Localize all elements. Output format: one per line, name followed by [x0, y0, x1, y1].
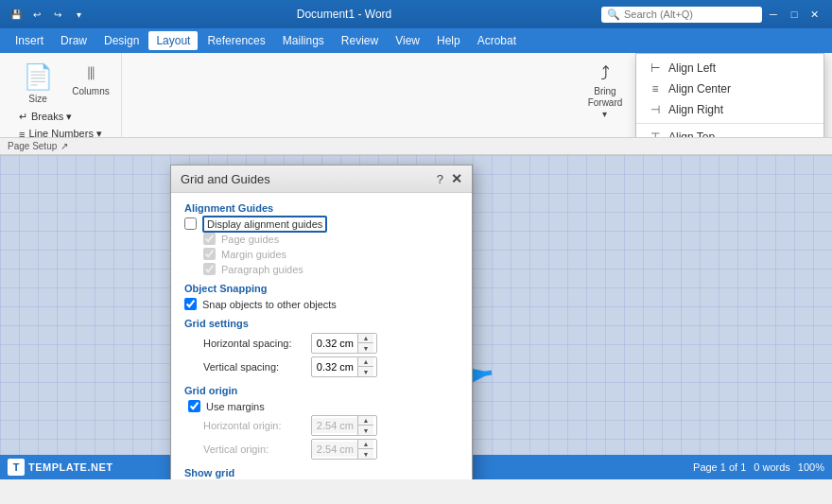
align-top-icon: ⊤ — [648, 130, 663, 138]
paragraph-guides-checkbox[interactable] — [203, 263, 216, 275]
snap-objects-row: Snap objects to other objects — [184, 298, 459, 310]
v-origin-btns: ▲ ▼ — [357, 440, 373, 459]
display-guides-row: Display alignment guides — [184, 217, 459, 230]
bring-forward-label: BringForward ▾ — [588, 86, 623, 120]
menu-insert[interactable]: Insert — [8, 31, 51, 50]
margin-guides-checkbox[interactable] — [203, 248, 216, 260]
dialog-controls: ? ✕ — [437, 171, 462, 186]
quick-access-toolbar: 💾 ↩ ↪ ▾ — [8, 6, 87, 23]
v-origin-row: Vertical origin: ▲ ▼ — [203, 439, 459, 460]
breaks-button[interactable]: ↵ Breaks ▾ — [13, 109, 115, 125]
page-guides-checkbox[interactable] — [203, 233, 216, 245]
v-origin-label: Vertical origin: — [203, 443, 307, 455]
redo-btn[interactable]: ↪ — [49, 6, 66, 23]
word-count: 0 words — [754, 461, 790, 473]
v-origin-input[interactable] — [312, 442, 357, 457]
ribbon-spacer — [122, 53, 575, 137]
menu-bar: Insert Draw Design Layout References Mai… — [0, 28, 832, 53]
dialog-titlebar: Grid and Guides ? ✕ — [171, 165, 472, 193]
modal-overlay: Grid and Guides ? ✕ Alignment Guides Dis… — [0, 155, 832, 479]
menu-review[interactable]: Review — [334, 31, 386, 50]
page-setup-text: Page Setup — [8, 141, 57, 151]
menu-design[interactable]: Design — [96, 31, 147, 50]
breaks-icon: ↵ — [19, 111, 27, 123]
menu-acrobat[interactable]: Acrobat — [470, 31, 524, 50]
dialog-help-btn[interactable]: ? — [437, 172, 443, 186]
align-top-label: Align Top — [668, 130, 715, 138]
align-right-icon: ⊣ — [648, 103, 663, 116]
undo-btn[interactable]: ↩ — [28, 6, 45, 23]
search-icon: 🔍 — [607, 9, 620, 21]
align-top-item[interactable]: ⊤ Align Top — [636, 127, 823, 138]
menu-mailings[interactable]: Mailings — [275, 31, 332, 50]
h-spacing-down[interactable]: ▼ — [358, 343, 373, 353]
display-guides-label: Display alignment guides — [202, 218, 327, 230]
dialog-body: Alignment Guides Display alignment guide… — [171, 193, 472, 479]
v-spacing-input[interactable] — [312, 359, 357, 374]
page-setup-bar: Page Setup ↗ — [0, 138, 832, 155]
align-right-label: Align Right — [668, 103, 723, 116]
h-origin-label: Horizontal origin: — [203, 420, 307, 431]
search-bar[interactable]: 🔍 — [601, 7, 762, 23]
paragraph-guides-label: Paragraph guides — [221, 264, 303, 275]
restore-btn[interactable]: □ — [785, 5, 804, 24]
align-left-item[interactable]: ⊢ Align Left — [636, 58, 823, 78]
document-area: Grid and Guides ? ✕ Alignment Guides Dis… — [0, 155, 832, 479]
h-spacing-spinbox[interactable]: ▲ ▼ — [311, 333, 377, 354]
v-origin-spinbox[interactable]: ▲ ▼ — [311, 439, 377, 460]
snap-objects-checkbox[interactable] — [184, 298, 197, 310]
template-logo: T TEMPLATE.NET — [8, 459, 113, 476]
menu-references[interactable]: References — [199, 31, 272, 50]
h-spacing-row: Horizontal spacing: ▲ ▼ — [203, 333, 459, 354]
page-guides-label: Page guides — [221, 234, 279, 245]
h-origin-btns: ▲ ▼ — [357, 416, 373, 435]
ribbon: 📄 Size ⫴ Columns ↵ Breaks ▾ ≡ Line Numbe… — [0, 53, 832, 138]
minimize-btn[interactable]: ─ — [764, 5, 783, 24]
close-btn[interactable]: ✕ — [806, 5, 824, 24]
save-btn[interactable]: 💾 — [8, 6, 25, 23]
h-origin-spinbox[interactable]: ▲ ▼ — [311, 415, 377, 436]
dropdown-btn[interactable]: ▾ — [70, 6, 87, 23]
ribbon-group-page-setup: 📄 Size ⫴ Columns ↵ Breaks ▾ ≡ Line Numbe… — [8, 53, 122, 137]
menu-view[interactable]: View — [388, 31, 427, 50]
bring-forward-button[interactable]: ⤴ BringForward ▾ — [581, 57, 630, 122]
line-numbers-button[interactable]: ≡ Line Numbers ▾ — [13, 126, 115, 138]
align-dropdown: ⊢ Align Left ≡ Align Center ⊣ Align Righ… — [635, 53, 824, 138]
display-guides-checkbox[interactable] — [184, 217, 197, 230]
bring-forward-icon: ⤴ — [600, 62, 610, 84]
align-left-label: Align Left — [668, 61, 716, 75]
align-center-item[interactable]: ≡ Align Center — [636, 78, 823, 99]
template-t-icon: T — [8, 459, 25, 476]
use-margins-checkbox[interactable] — [188, 400, 200, 412]
v-spacing-down[interactable]: ▼ — [358, 367, 373, 376]
size-button[interactable]: 📄 Size — [13, 57, 62, 107]
h-origin-input[interactable] — [312, 418, 357, 433]
h-spacing-input[interactable] — [312, 336, 357, 351]
menu-draw[interactable]: Draw — [53, 31, 95, 50]
v-spacing-up[interactable]: ▲ — [358, 357, 373, 367]
display-guides-text: Display alignment guides — [202, 216, 327, 233]
h-origin-up[interactable]: ▲ — [358, 416, 373, 426]
v-origin-up[interactable]: ▲ — [358, 440, 373, 449]
title-bar-controls: 🔍 ─ □ ✕ — [601, 5, 824, 24]
menu-help[interactable]: Help — [429, 31, 468, 50]
v-spacing-spinbox[interactable]: ▲ ▼ — [311, 356, 377, 377]
columns-icon: ⫴ — [87, 62, 95, 84]
h-origin-down[interactable]: ▼ — [358, 426, 373, 435]
alignment-guides-header: Alignment Guides — [184, 202, 459, 214]
menu-layout[interactable]: Layout — [148, 31, 198, 50]
v-origin-down[interactable]: ▼ — [358, 449, 373, 459]
page-setup-expand[interactable]: ↗ — [61, 141, 68, 151]
window-title: Document1 - Word — [297, 8, 391, 21]
h-spacing-label: Horizontal spacing: — [203, 338, 307, 349]
template-name: TEMPLATE.NET — [28, 461, 113, 473]
title-bar-left: 💾 ↩ ↪ ▾ — [8, 6, 87, 23]
search-input[interactable] — [624, 9, 756, 20]
align-right-item[interactable]: ⊣ Align Right — [636, 99, 823, 120]
paragraph-guides-row: Paragraph guides — [203, 263, 459, 275]
columns-button[interactable]: ⫴ Columns — [66, 57, 115, 107]
page-guides-row: Page guides — [203, 233, 459, 245]
h-origin-row: Horizontal origin: ▲ ▼ — [203, 415, 459, 436]
h-spacing-up[interactable]: ▲ — [358, 334, 373, 343]
dialog-close-btn[interactable]: ✕ — [451, 171, 462, 186]
